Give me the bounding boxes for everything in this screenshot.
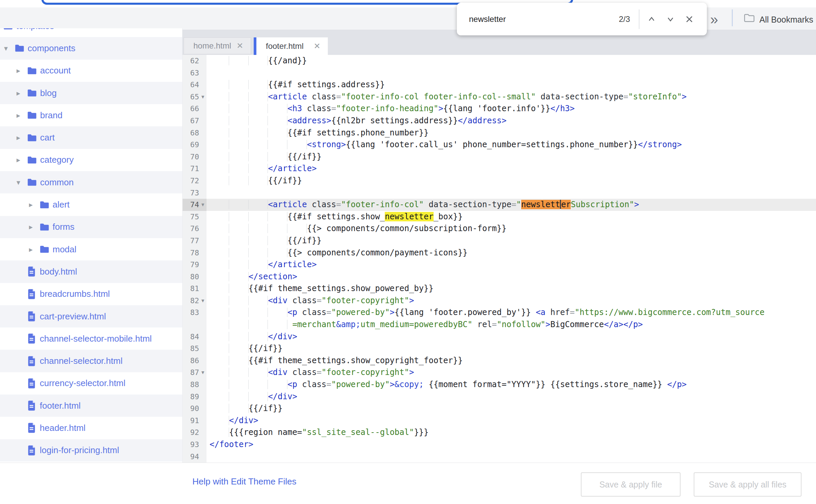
- code-line-75[interactable]: 75 {{#if settings.show_newsletter_box}}: [182, 211, 816, 223]
- caret-right-icon[interactable]: ▸: [17, 111, 27, 120]
- tree-item-breadcrumbs-html[interactable]: breadcrumbs.html: [0, 283, 182, 305]
- caret-right-icon[interactable]: ▸: [29, 200, 39, 209]
- tree-item-brand[interactable]: ▸brand: [0, 104, 182, 126]
- code-line-77[interactable]: 77 {{/if}}: [182, 235, 816, 247]
- folder-icon: [27, 155, 40, 165]
- code-line-89[interactable]: 89 </div>: [182, 391, 816, 403]
- code-line-86[interactable]: 86 {{#if theme_settings.show_copyright_f…: [182, 355, 816, 367]
- gutter-cell: 75: [182, 211, 207, 223]
- tree-item-account[interactable]: ▸account: [0, 60, 182, 82]
- tree-item-components[interactable]: ▾components: [0, 37, 182, 59]
- file-tree[interactable]: templates▾components▸account▸blog▸brand▸…: [0, 28, 183, 504]
- tree-item-header-html[interactable]: header.html: [0, 417, 182, 439]
- save-apply-file-button[interactable]: Save & apply file: [581, 472, 681, 497]
- code-line-83[interactable]: 83 <p class="powered-by">{{lang 'footer.…: [182, 307, 816, 319]
- code-line-73[interactable]: 73: [182, 187, 816, 199]
- tree-item-channel-selector-html[interactable]: channel-selector.html: [0, 350, 182, 372]
- code-line-80[interactable]: 80 </section>: [182, 271, 816, 283]
- gutter-cell: 77: [182, 235, 207, 247]
- code-line-66[interactable]: 66 <h3 class="footer-info-heading">{{lan…: [182, 103, 816, 115]
- find-input[interactable]: newsletter: [469, 14, 619, 24]
- line-number: 76: [190, 223, 199, 235]
- tree-item-forms[interactable]: ▸forms: [0, 216, 182, 238]
- tree-item-templates[interactable]: templates: [0, 28, 182, 37]
- caret-right-icon[interactable]: ▸: [17, 89, 27, 97]
- code-line-70[interactable]: 70 {{/if}}: [182, 151, 816, 163]
- caret-right-icon[interactable]: ▸: [17, 156, 27, 164]
- code-line-wrap[interactable]: =merchant&amp;utm_medium=poweredbyBC" re…: [182, 319, 816, 331]
- code-line-82[interactable]: 82▾ <div class="footer-copyright">: [182, 295, 816, 307]
- code-text: <h3 class="footer-info-heading">{{lang '…: [207, 103, 816, 115]
- gutter-cell: 69: [182, 139, 207, 151]
- caret-right-icon[interactable]: ▸: [29, 245, 39, 254]
- tree-item-cart[interactable]: ▸cart: [0, 126, 182, 149]
- code-line-62[interactable]: 62 {{/and}}: [182, 55, 816, 67]
- code-line-92[interactable]: 92 {{{region name="ssl_site_seal--global…: [182, 427, 816, 439]
- tree-item-body-html[interactable]: body.html: [0, 260, 182, 283]
- fold-caret-icon[interactable]: ▾: [199, 367, 207, 379]
- code-line-90[interactable]: 90 {{/if}}: [182, 403, 816, 415]
- save-apply-all-files-button[interactable]: Save & apply all files: [694, 472, 802, 497]
- code-line-63[interactable]: 63: [182, 67, 816, 79]
- tree-item-cart-preview-html[interactable]: cart-preview.html: [0, 305, 182, 327]
- find-close-button[interactable]: [680, 10, 699, 29]
- tree-item-login-for-pricing-html[interactable]: login-for-pricing.html: [0, 439, 182, 462]
- code-line-76[interactable]: 76 {{> components/common/subscription-fo…: [182, 223, 816, 235]
- find-previous-button[interactable]: [642, 10, 661, 29]
- tab-home-html[interactable]: home.html ✕: [184, 37, 251, 54]
- tree-item-currency-selector-html[interactable]: currency-selector.html: [0, 372, 182, 395]
- code-line-71[interactable]: 71 </article>: [182, 163, 816, 175]
- find-next-button[interactable]: [661, 10, 680, 29]
- code-line-72[interactable]: 72 {{/if}}: [182, 175, 816, 187]
- extensions-overflow-icon[interactable]: »: [710, 10, 717, 29]
- line-number: 92: [190, 427, 199, 439]
- code-line-93[interactable]: 93</footer>: [182, 439, 816, 451]
- tree-item-blog[interactable]: ▸blog: [0, 82, 182, 104]
- code-line-87[interactable]: 87▾ <div class="footer-copyright">: [182, 367, 816, 379]
- fold-caret-icon[interactable]: ▾: [199, 295, 207, 307]
- caret-down-icon[interactable]: ▾: [4, 44, 14, 53]
- code-line-85[interactable]: 85 {{/if}}: [182, 343, 816, 355]
- code-line-94[interactable]: 94: [182, 451, 816, 463]
- code-line-65[interactable]: 65▾ <article class="footer-info-col foot…: [182, 91, 816, 103]
- help-link[interactable]: Help with Edit Theme Files: [192, 476, 296, 487]
- code-line-64[interactable]: 64 {{#if settings.address}}: [182, 79, 816, 91]
- code-line-74[interactable]: 74▾ <article class="footer-info-col" dat…: [182, 199, 816, 211]
- code-text: {{#if settings.address}}: [207, 79, 816, 91]
- tree-item-modal[interactable]: ▸modal: [0, 238, 182, 260]
- line-number: 70: [190, 151, 199, 163]
- code-line-79[interactable]: 79 </article>: [182, 259, 816, 271]
- all-bookmarks-button[interactable]: All Bookmarks: [759, 15, 813, 25]
- tree-item-footer-html[interactable]: footer.html: [0, 395, 182, 417]
- tree-item-common[interactable]: ▾common: [0, 171, 182, 193]
- caret-right-icon[interactable]: ▸: [17, 133, 27, 142]
- code-line-68[interactable]: 68 {{#if settings.phone_number}}: [182, 127, 816, 139]
- caret-right-icon[interactable]: ▸: [29, 223, 39, 231]
- code-line-84[interactable]: 84 </div>: [182, 331, 816, 343]
- line-number: 81: [190, 283, 199, 295]
- tree-item-label: category: [40, 155, 74, 165]
- caret-right-icon[interactable]: ▸: [17, 66, 27, 75]
- tree-item-alert[interactable]: ▸alert: [0, 193, 182, 216]
- gutter-cell: 76: [182, 223, 207, 235]
- fold-caret-icon[interactable]: ▾: [199, 91, 207, 103]
- code-line-67[interactable]: 67 <address>{{nl2br settings.address}}</…: [182, 115, 816, 127]
- gutter-cell: 74▾: [182, 199, 207, 211]
- fold-caret-icon[interactable]: ▾: [199, 199, 207, 211]
- code-line-88[interactable]: 88 <p class="powered-by">&copy; {{moment…: [182, 379, 816, 391]
- tab-footer-html[interactable]: footer.html ✕: [254, 37, 328, 55]
- tab-close-icon[interactable]: ✕: [314, 41, 320, 51]
- line-number: 77: [190, 235, 199, 247]
- code-line-69[interactable]: 69 <strong>{{lang 'footer.call_us' phone…: [182, 139, 816, 151]
- tab-close-icon[interactable]: ✕: [237, 41, 243, 51]
- code-line-78[interactable]: 78 {{> components/common/payment-icons}}: [182, 247, 816, 259]
- editor-footer-bar: Help with Edit Theme Files Save & apply …: [0, 463, 816, 504]
- tree-item-category[interactable]: ▸category: [0, 149, 182, 171]
- code-editor[interactable]: 62 {{/and}}6364 {{#if settings.address}}…: [182, 55, 816, 463]
- code-line-81[interactable]: 81 {{#if theme_settings.show_powered_by}…: [182, 283, 816, 295]
- line-number: 74: [190, 199, 199, 211]
- caret-down-icon[interactable]: ▾: [17, 178, 27, 187]
- code-line-91[interactable]: 91 </div>: [182, 415, 816, 427]
- tree-item-channel-selector-mobile-html[interactable]: channel-selector-mobile.html: [0, 327, 182, 350]
- line-number: 63: [190, 67, 199, 79]
